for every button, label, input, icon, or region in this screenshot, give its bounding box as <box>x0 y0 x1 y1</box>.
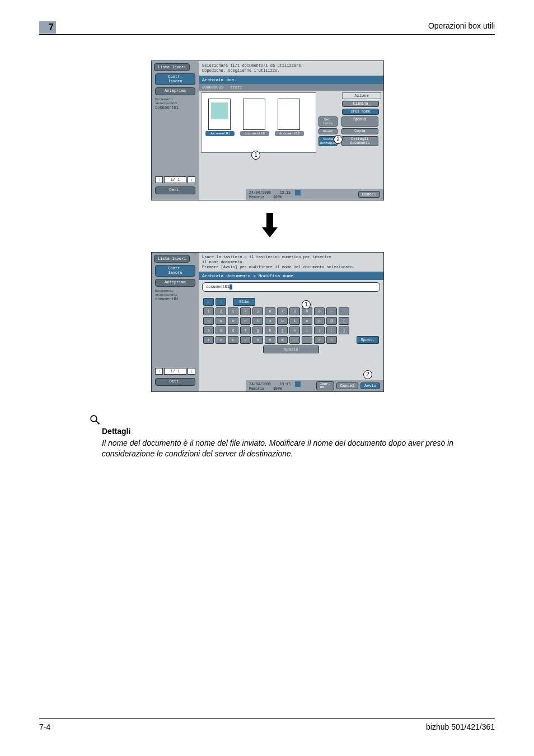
left-sidebar: Lista lavori Contr. lavoro Anteprima Doc… <box>152 253 199 391</box>
key-7[interactable]: 7 <box>277 307 288 315</box>
key-tilde[interactable]: ~ <box>339 307 349 315</box>
status-date: 24/04/2008 <box>249 190 271 194</box>
key-2[interactable]: 2 <box>216 307 226 315</box>
key-lbracket[interactable]: [ <box>339 317 349 325</box>
key-s[interactable]: s <box>216 326 226 334</box>
docs-selected-label: Documenti selezionati <box>155 97 195 105</box>
key-1[interactable]: 1 <box>203 307 214 315</box>
instruction-text: Selezionare il/i documento/i da utilizza… <box>199 61 383 76</box>
key-r[interactable]: r <box>240 317 251 325</box>
key-space[interactable]: Spazio <box>263 346 319 353</box>
instr-line1: Selezionare il/i documento/i da utilizza… <box>202 63 303 68</box>
key-z[interactable]: z <box>203 336 214 344</box>
action-dettagli-doc[interactable]: Dettagli documento <box>341 136 378 146</box>
action-copia[interactable]: Copia <box>341 128 378 134</box>
key-l[interactable]: l <box>302 326 312 334</box>
thumb-document03[interactable]: document03 <box>278 99 300 130</box>
key-i[interactable]: i <box>289 317 300 325</box>
tab-contr-lavoro[interactable]: Contr. lavoro <box>155 73 195 85</box>
key-8[interactable]: 8 <box>289 307 300 315</box>
key-q[interactable]: q <box>203 317 214 325</box>
key-4[interactable]: 4 <box>240 307 251 315</box>
key-e[interactable]: e <box>228 317 238 325</box>
page-stepper: ↑ 1/ 1 ↓ <box>155 368 195 375</box>
key-n[interactable]: n <box>265 336 275 344</box>
key-w[interactable]: w <box>216 317 226 325</box>
note-heading: Dettagli <box>102 427 495 436</box>
status-left: 24/04/2008 13:15 Memoria 100% <box>249 381 301 391</box>
page-stepper: ↑ 1/ 1 ↓ <box>155 176 195 183</box>
name-input[interactable]: document01 <box>202 282 380 292</box>
callout-2: 2 <box>334 135 343 144</box>
key-0[interactable]: 0 <box>314 307 325 315</box>
key-semi[interactable]: ; <box>314 326 325 334</box>
action-elimina[interactable]: Elimina <box>342 101 379 107</box>
key-g[interactable]: g <box>252 326 263 334</box>
tab-contr-lavoro[interactable]: Contr. lavoro <box>155 265 195 277</box>
key-o[interactable]: o <box>302 317 312 325</box>
key-arrow-right[interactable]: → <box>216 298 226 306</box>
model-name: bizhub 501/421/361 <box>426 722 495 731</box>
aux-reset[interactable]: Reset <box>318 128 338 134</box>
key-x[interactable]: x <box>216 336 226 344</box>
key-elim[interactable]: Elim <box>233 298 255 306</box>
tab-anteprima[interactable]: Anteprima <box>155 279 195 287</box>
callout-1: 1 <box>302 300 311 309</box>
flow-arrow-icon <box>262 213 278 237</box>
page-up-button[interactable]: ↑ <box>155 176 163 183</box>
key-p[interactable]: p <box>314 317 325 325</box>
impr-button[interactable]: Impr. ON <box>316 381 334 390</box>
key-v[interactable]: v <box>240 336 251 344</box>
key-comma[interactable]: , <box>289 336 300 344</box>
cancel-button[interactable]: Cancel <box>336 382 358 389</box>
key-u[interactable]: u <box>277 317 288 325</box>
aux-sel-tutto[interactable]: Sel. tutto <box>318 116 338 127</box>
key-dash[interactable]: - <box>326 307 337 315</box>
key-b[interactable]: b <box>252 336 263 344</box>
dett-button[interactable]: Dett. <box>155 186 195 194</box>
page-up-button[interactable]: ↑ <box>155 368 163 375</box>
key-k[interactable]: k <box>289 326 300 334</box>
key-c[interactable]: c <box>228 336 238 344</box>
box-info-bar: 000000001 test1 <box>199 84 383 91</box>
instr-line3: Premere [Avvio] per modificare il nome d… <box>202 265 355 269</box>
key-spost[interactable]: Spost. <box>357 336 379 344</box>
key-6[interactable]: 6 <box>265 307 275 315</box>
page-down-button[interactable]: ↓ <box>188 368 195 375</box>
key-bslash[interactable]: \ <box>326 336 337 344</box>
document-thumbnails: document01 document02 document03 <box>201 92 316 153</box>
key-period[interactable]: . <box>302 336 312 344</box>
key-arrow-left[interactable]: ← <box>203 298 214 306</box>
key-j[interactable]: j <box>277 326 288 334</box>
action-crea-nome[interactable]: Crea nome <box>342 109 379 115</box>
key-slash[interactable]: / <box>314 336 325 344</box>
status-mem-value: 100% <box>273 387 282 391</box>
tab-lista-lavori[interactable]: Lista lavori <box>154 255 190 263</box>
key-5[interactable]: 5 <box>252 307 263 315</box>
key-y[interactable]: y <box>265 317 275 325</box>
details-note: Dettagli Il nome del documento è il nome… <box>102 427 495 459</box>
page-down-button[interactable]: ↓ <box>188 176 195 183</box>
avvio-button[interactable]: Avvio <box>360 382 380 389</box>
key-colon[interactable]: : <box>326 326 337 334</box>
tab-lista-lavori[interactable]: Lista lavori <box>154 63 190 71</box>
docs-selected-value: document01 <box>155 297 195 301</box>
action-sposta[interactable]: Sposta <box>341 116 378 127</box>
screenshot-rename-doc: Lista lavori Contr. lavoro Anteprima Doc… <box>151 252 384 392</box>
thumb-document02[interactable]: document02 <box>243 99 265 130</box>
header-title: Operazioni box utili <box>428 21 495 30</box>
cancel-button[interactable]: Cancel <box>358 191 380 198</box>
key-f[interactable]: f <box>240 326 251 334</box>
key-m[interactable]: m <box>277 336 288 344</box>
key-3[interactable]: 3 <box>228 307 238 315</box>
dett-button[interactable]: Dett. <box>155 378 195 386</box>
key-t[interactable]: t <box>252 317 263 325</box>
key-rbracket[interactable]: ] <box>339 326 349 334</box>
key-at[interactable]: @ <box>326 317 337 325</box>
thumb-document01[interactable]: document01 <box>208 99 231 130</box>
tab-anteprima[interactable]: Anteprima <box>155 87 195 95</box>
key-a[interactable]: a <box>203 326 214 334</box>
key-h[interactable]: h <box>265 326 275 334</box>
key-d[interactable]: d <box>228 326 238 334</box>
thumb-label: document03 <box>275 131 304 136</box>
